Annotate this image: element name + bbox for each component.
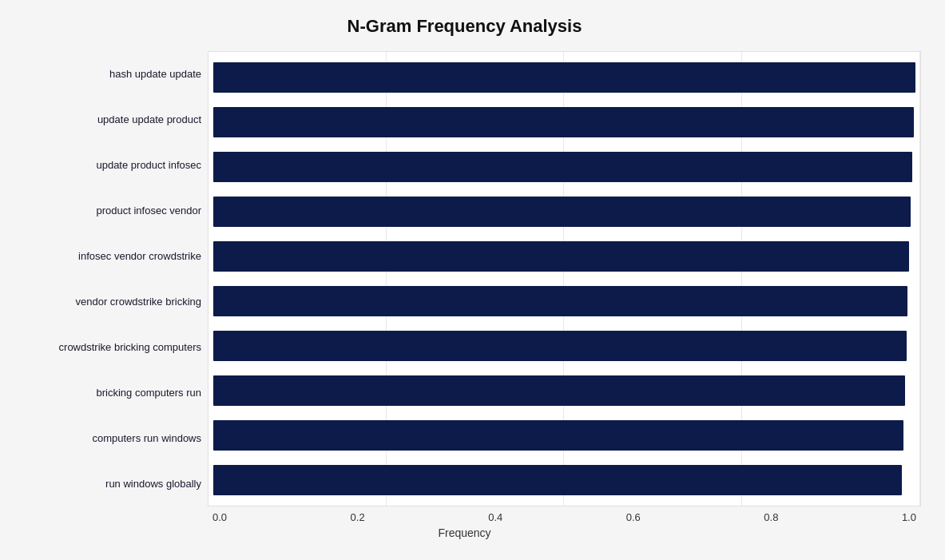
bar-row xyxy=(208,193,920,231)
y-label: product infosec vendor xyxy=(8,188,201,233)
bar xyxy=(213,420,903,451)
bar-row xyxy=(208,327,920,365)
y-label: crowdstrike bricking computers xyxy=(8,324,201,370)
bar xyxy=(213,241,909,272)
bar-row xyxy=(208,461,920,499)
y-label: infosec vendor crowdstrike xyxy=(8,233,201,279)
chart-area: hash update updateupdate update productu… xyxy=(8,51,921,483)
chart-container: N-Gram Frequency Analysis hash update up… xyxy=(0,0,945,560)
x-tick-label: 1.0 xyxy=(902,511,916,523)
bar-row xyxy=(208,148,920,186)
y-label: computers run windows xyxy=(8,415,201,461)
bar xyxy=(213,62,915,93)
x-axis-title: Frequency xyxy=(8,526,921,539)
bar-row xyxy=(208,282,920,320)
bar xyxy=(213,197,911,227)
x-axis-spacer xyxy=(8,511,208,523)
y-label: hash update update xyxy=(8,51,201,97)
bar-row xyxy=(208,103,920,141)
bar xyxy=(213,331,907,361)
bar xyxy=(213,107,914,137)
bar xyxy=(213,465,902,495)
x-tick-label: 0.4 xyxy=(488,511,502,523)
bars-area xyxy=(208,51,921,506)
y-label: update product infosec xyxy=(8,142,201,188)
y-label: run windows globally xyxy=(8,461,201,506)
x-tick-label: 0.2 xyxy=(351,511,365,523)
y-label: update update product xyxy=(8,97,201,142)
x-axis-area: 0.00.20.40.60.81.0 xyxy=(8,511,921,523)
bar xyxy=(213,152,912,182)
bar-row xyxy=(208,371,920,410)
y-labels: hash update updateupdate update productu… xyxy=(8,51,208,506)
bar xyxy=(213,286,907,316)
x-tick-label: 0.6 xyxy=(626,511,641,523)
y-label: bricking computers run xyxy=(8,370,201,415)
bar-row xyxy=(208,416,920,455)
y-label: vendor crowdstrike bricking xyxy=(8,279,201,324)
x-tick-label: 0.0 xyxy=(212,511,227,523)
x-axis-labels: 0.00.20.40.60.81.0 xyxy=(208,511,921,523)
chart-title: N-Gram Frequency Analysis xyxy=(8,16,921,37)
bar-row xyxy=(208,58,920,97)
x-tick-label: 0.8 xyxy=(764,511,778,523)
bar xyxy=(213,375,905,406)
bars-section: hash update updateupdate update productu… xyxy=(8,51,921,506)
bar-row xyxy=(208,237,920,276)
